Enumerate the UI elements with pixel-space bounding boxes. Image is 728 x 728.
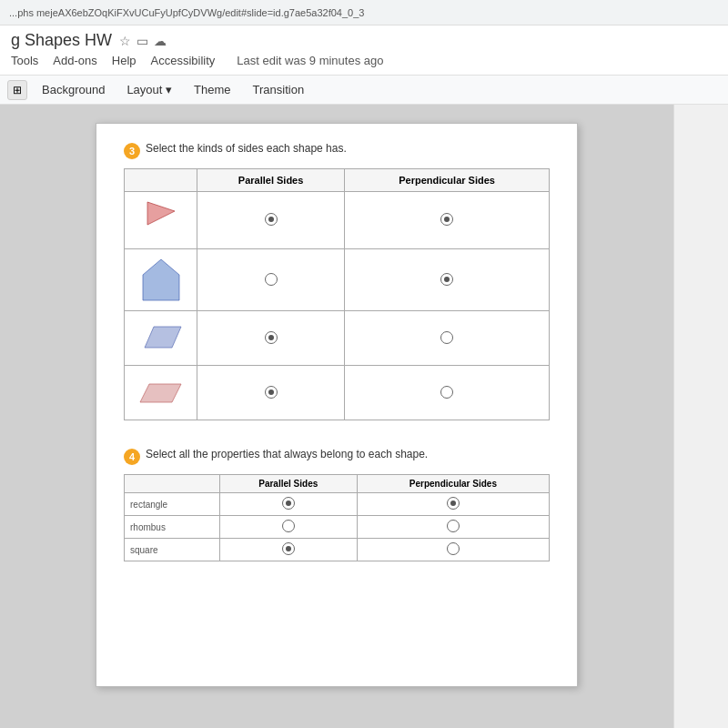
- q3-r2-perpendicular[interactable]: [345, 249, 550, 311]
- q3-r2-parallel[interactable]: [197, 249, 345, 311]
- table-row: [125, 366, 550, 420]
- q4-col2-header: Perpendicular Sides: [357, 475, 549, 493]
- q3-r4-perpendicular[interactable]: [345, 366, 550, 420]
- q3-col1-header: Parallel Sides: [197, 169, 345, 192]
- menu-bar: Tools Add-ons Help Accessibility Last ed…: [11, 54, 717, 67]
- svg-marker-3: [140, 384, 181, 402]
- radio-dot[interactable]: [282, 520, 295, 532]
- app-title: g Shapes HW: [11, 31, 112, 50]
- q4-r2-label: rhombus: [125, 516, 220, 539]
- q3-r3-perpendicular[interactable]: [345, 311, 550, 366]
- menu-tools[interactable]: Tools: [11, 54, 38, 67]
- q3-col2-header: Perpendicular Sides: [345, 169, 550, 192]
- star-icon[interactable]: ☆: [119, 34, 131, 48]
- title-icons: ☆ ▭ ☁: [119, 34, 167, 48]
- radio-dot[interactable]: [447, 520, 460, 532]
- expand-button[interactable]: ⊞: [7, 80, 27, 100]
- toolbar: ⊞ Background Layout ▾ Theme Transition: [0, 76, 728, 105]
- svg-marker-0: [147, 202, 175, 225]
- radio-dot[interactable]: [440, 331, 453, 344]
- radio-dot[interactable]: [447, 497, 460, 510]
- table-row: square: [125, 539, 550, 561]
- table-row: [125, 192, 550, 249]
- svg-marker-2: [145, 327, 181, 348]
- table-row: [125, 249, 550, 311]
- background-button[interactable]: Background: [35, 79, 112, 100]
- question-4-text: Select all the properties that always be…: [146, 448, 428, 460]
- radio-dot[interactable]: [265, 331, 278, 344]
- q3-col0-header: [125, 169, 197, 192]
- q4-r3-parallel[interactable]: [219, 539, 357, 561]
- url-text: ...phs mejeAX6ebZOqKiFXvUCuFyUpfCyDVWg/e…: [9, 7, 364, 18]
- transition-button[interactable]: Transition: [246, 79, 312, 100]
- q4-col1-header: Parallel Sides: [219, 475, 357, 493]
- radio-dot[interactable]: [440, 213, 453, 226]
- q4-r2-parallel[interactable]: [219, 516, 357, 539]
- q3-r3-parallel[interactable]: [197, 311, 345, 366]
- radio-dot[interactable]: [447, 542, 460, 555]
- cloud-icon[interactable]: ☁: [154, 34, 167, 48]
- q4-col0-header: [125, 475, 220, 493]
- menu-accessibility[interactable]: Accessibility: [151, 54, 216, 67]
- main-area: 3 Select the kinds of sides each shape h…: [0, 105, 728, 728]
- question-4-number: 4: [124, 449, 140, 465]
- q4-r1-parallel[interactable]: [219, 493, 357, 516]
- question-3-block: 3 Select the kinds of sides each shape h…: [124, 142, 550, 420]
- shape-cell-1: [125, 192, 197, 249]
- radio-dot[interactable]: [265, 386, 278, 399]
- q4-r2-perpendicular[interactable]: [357, 516, 549, 539]
- question-4-header: 4 Select all the properties that always …: [124, 448, 550, 465]
- radio-dot[interactable]: [282, 497, 295, 510]
- question-3-number: 3: [124, 143, 140, 159]
- radio-dot[interactable]: [440, 273, 453, 286]
- app-header: g Shapes HW ☆ ▭ ☁ Tools Add-ons Help Acc…: [0, 25, 728, 76]
- question-4-block: 4 Select all the properties that always …: [124, 448, 550, 561]
- shape-svg-4: [136, 379, 186, 407]
- question-3-header: 3 Select the kinds of sides each shape h…: [124, 142, 550, 159]
- shape-cell-3: [125, 311, 197, 366]
- q3-r1-parallel[interactable]: [197, 192, 345, 249]
- q4-r1-perpendicular[interactable]: [357, 493, 549, 516]
- present-icon[interactable]: ▭: [136, 34, 148, 48]
- right-panel: [673, 105, 728, 728]
- table-row: rhombus: [125, 516, 550, 539]
- shape-cell-4: [125, 366, 197, 420]
- slide-panel: 3 Select the kinds of sides each shape h…: [0, 105, 673, 728]
- svg-marker-1: [143, 259, 179, 300]
- menu-help[interactable]: Help: [112, 54, 136, 67]
- q4-r3-perpendicular[interactable]: [357, 539, 549, 561]
- q4-r1-label: rectangle: [125, 493, 220, 516]
- radio-dot[interactable]: [440, 386, 453, 399]
- question-4-table: Parallel Sides Perpendicular Sides recta…: [124, 474, 550, 561]
- layout-button[interactable]: Layout ▾: [119, 79, 179, 100]
- radio-dot[interactable]: [282, 542, 295, 555]
- q3-r4-parallel[interactable]: [197, 366, 345, 420]
- shape-svg-1: [138, 197, 184, 243]
- slide-content: 3 Select the kinds of sides each shape h…: [96, 123, 578, 687]
- title-row: g Shapes HW ☆ ▭ ☁: [11, 31, 717, 50]
- q4-r3-label: square: [125, 539, 220, 561]
- shape-svg-3: [136, 322, 186, 354]
- layout-chevron-icon: ▾: [166, 83, 172, 96]
- q3-r1-perpendicular[interactable]: [345, 192, 550, 249]
- last-edit: Last edit was 9 minutes ago: [237, 54, 383, 67]
- radio-dot[interactable]: [265, 213, 278, 226]
- question-3-table: Parallel Sides Perpendicular Sides: [124, 168, 550, 420]
- table-row: [125, 311, 550, 366]
- radio-dot[interactable]: [265, 273, 278, 286]
- table-row: rectangle: [125, 493, 550, 516]
- question-3-text: Select the kinds of sides each shape has…: [146, 142, 347, 155]
- theme-button[interactable]: Theme: [187, 79, 238, 100]
- url-bar: ...phs mejeAX6ebZOqKiFXvUCuFyUpfCyDVWg/e…: [0, 0, 728, 25]
- menu-addons[interactable]: Add-ons: [53, 54, 96, 67]
- shape-cell-2: [125, 249, 197, 311]
- shape-svg-2: [138, 255, 184, 305]
